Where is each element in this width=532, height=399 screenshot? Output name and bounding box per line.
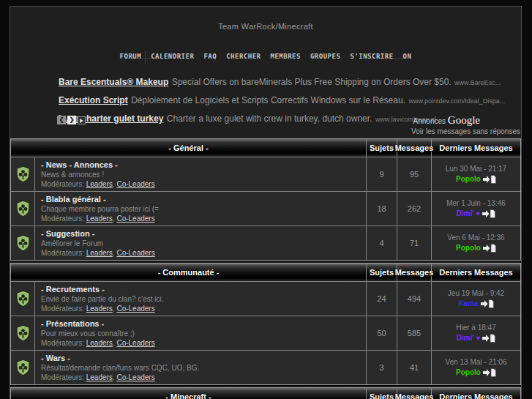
ad-prev-button[interactable]: ❮ <box>57 116 66 124</box>
moderator-link[interactable]: Co-Leaders <box>116 180 154 188</box>
posts-count: 585 <box>397 316 432 350</box>
column-header-derniers-messages: Derniers Messages <box>432 264 520 281</box>
last-post-icon[interactable] <box>483 368 496 377</box>
forum-row: - Blabla général - Chaque membre pourra … <box>11 191 520 225</box>
nav-item-faq[interactable]: FAQ <box>203 53 217 60</box>
forum-icon-cell <box>11 226 35 260</box>
ad-url[interactable]: www.pointdev.com/Ideal_Dispa... <box>408 97 505 105</box>
last-post-user[interactable]: Dimi' ♥ <box>457 209 481 219</box>
forum-link[interactable]: - Recrutements - <box>41 284 360 294</box>
moderator-link[interactable]: Leaders <box>86 305 113 313</box>
last-post-date: Jeu 19 Mai - 9:42 <box>448 288 504 299</box>
nav-item-groupes[interactable]: GROUPES <box>310 53 340 60</box>
last-post-date: Hier à 18:47 <box>456 323 495 333</box>
column-header-messages: Messages <box>397 388 432 399</box>
posts-count: 494 <box>397 282 432 316</box>
forum-category-table: - Minecraft - Sujets Messages Derniers M… <box>10 387 521 399</box>
last-post-cell: Lun 30 Mai - 21:17 Popolo <box>432 157 520 191</box>
moderator-link[interactable]: Co-Leaders <box>116 249 154 257</box>
ad-info-icon[interactable] <box>78 116 86 124</box>
last-post-icon[interactable] <box>481 299 494 308</box>
forum-moderators: Modérateurs: Leaders, Co-Leaders <box>41 373 360 382</box>
posts-count: 41 <box>397 351 432 384</box>
moderator-link[interactable]: Leaders <box>86 373 113 381</box>
topics-count: 9 <box>367 157 397 191</box>
forum-link[interactable]: - Wars - <box>41 353 360 363</box>
forum-link[interactable]: - Blabla général - <box>41 194 360 204</box>
nav-item-sinscrire[interactable]: S'INSCRIRE <box>350 53 393 60</box>
column-header-derniers-messages: Derniers Messages <box>432 388 520 399</box>
view-unanswered-link[interactable]: Voir les messages sans réponses <box>411 127 520 135</box>
last-post-icon[interactable] <box>483 244 496 253</box>
last-post-user[interactable]: Popolo <box>456 368 481 378</box>
last-post-cell: Jeu 19 Mai - 9:42 Kama <box>432 282 520 316</box>
forum-link[interactable]: - Présentations - <box>41 318 360 329</box>
moderator-link[interactable]: Leaders <box>86 215 113 223</box>
forum-moderators: Modérateurs: Leaders, Co-Leaders <box>41 338 360 348</box>
last-post-user[interactable]: Dimi' ♥ <box>457 333 481 343</box>
last-post-cell: Ven 6 Mai - 12:36 Popolo <box>432 226 520 260</box>
forum-description: Chaque membre pourra poster ici (= <box>41 204 360 214</box>
forum-link[interactable]: - News - Annonces - <box>41 160 360 170</box>
forum-description: Envie de faire partie du clan? c'est ici… <box>41 294 360 304</box>
ad-description: Charter a luxe gulet with crew in turkey… <box>167 113 372 124</box>
ad-url[interactable]: www.BareEsc... <box>454 79 501 86</box>
last-post-icon[interactable] <box>482 209 495 218</box>
column-header-sujets: Sujets <box>367 388 397 399</box>
last-post-cell: Mer 1 Juin - 13:46 Dimi' ♥ <box>432 192 520 225</box>
last-post-icon[interactable] <box>483 175 496 184</box>
nav-item-forum[interactable]: FORUM <box>120 53 142 60</box>
ad-link[interactable]: Exécution Script <box>59 95 128 105</box>
category-title[interactable]: - Communauté - <box>11 264 367 281</box>
last-post-cell: Hier à 18:47 Dimi' ♥ <box>432 316 520 350</box>
last-post-icon[interactable] <box>482 334 495 343</box>
last-post-user[interactable]: Popolo <box>456 243 481 253</box>
forum-status-shield-icon <box>15 165 31 183</box>
forum-page: Team WarRock/Minecraft FORUM CALENDRIER … <box>10 6 522 399</box>
ad-pager: ❮ ❯ <box>57 116 86 124</box>
last-post-user-line: Kama <box>458 299 493 309</box>
topics-count: 50 <box>367 316 397 350</box>
categories: - Général - Sujets Messages Derniers Mes… <box>10 138 521 399</box>
forum-row: - Wars - Résultat/demande clan/funs wars… <box>11 350 520 384</box>
category-title[interactable]: - Général - <box>11 139 367 157</box>
moderator-link[interactable]: Co-Leaders <box>116 339 154 347</box>
forum-link[interactable]: - Suggestion - <box>41 228 360 239</box>
last-post-user[interactable]: Popolo <box>456 174 481 184</box>
topics-count: 3 <box>367 351 397 384</box>
moderators-label: Modérateurs: <box>41 180 84 188</box>
forum-moderators: Modérateurs: Leaders, Co-Leaders <box>41 214 360 223</box>
nav-item-chercher[interactable]: CHERCHER <box>226 53 261 60</box>
column-header-sujets: Sujets <box>367 264 397 281</box>
last-post-cell: Ven 13 Mai - 21:06 Popolo <box>432 351 520 384</box>
last-post-user-line: Popolo <box>456 368 496 378</box>
topics-count: 24 <box>367 282 397 316</box>
last-post-user[interactable]: Kama <box>458 299 478 309</box>
topics-count: 18 <box>367 192 397 225</box>
category-title[interactable]: - Minecraft - <box>11 388 367 399</box>
forum-description: Résultat/demande clan/funs wars CQC, UO,… <box>41 363 360 373</box>
nav-item-connexion[interactable]: ON <box>403 53 412 60</box>
moderator-link[interactable]: Co-Leaders <box>116 373 154 381</box>
moderators-label: Modérateurs: <box>41 339 84 347</box>
main-navigation: FORUM CALENDRIER FAQ CHERCHER MEMBRES GR… <box>10 53 521 60</box>
forum-description: News & annonces ! <box>41 170 360 179</box>
ad-link[interactable]: Bare Escentuals® Makeup <box>59 77 168 87</box>
forum-category-table: - Communauté - Sujets Messages Derniers … <box>10 263 521 385</box>
moderator-link[interactable]: Leaders <box>86 180 113 188</box>
column-header-sujets: Sujets <box>367 139 397 157</box>
column-header-messages: Messages <box>397 264 432 281</box>
ad-next-button[interactable]: ❯ <box>67 116 76 124</box>
last-post-date: Lun 30 Mai - 21:17 <box>446 164 506 174</box>
last-post-user-line: Dimi' ♥ <box>457 209 496 219</box>
moderator-link[interactable]: Co-Leaders <box>116 215 154 223</box>
annonces-label: Annonces <box>413 117 446 125</box>
moderator-link[interactable]: Leaders <box>86 249 113 257</box>
ad-row: Exécution Script Déploiement de Logiciel… <box>59 94 498 107</box>
nav-item-membres[interactable]: MEMBRES <box>271 53 301 60</box>
forum-status-shield-icon <box>15 324 31 342</box>
moderator-link[interactable]: Co-Leaders <box>116 305 154 313</box>
moderator-link[interactable]: Leaders <box>86 339 113 347</box>
forum-icon-cell <box>11 351 35 384</box>
nav-item-calendrier[interactable]: CALENDRIER <box>151 53 194 60</box>
